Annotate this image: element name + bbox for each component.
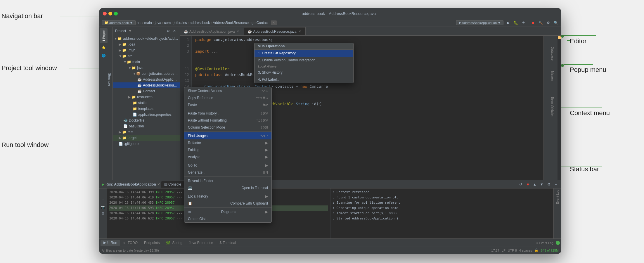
- tree-resources[interactable]: ▶ 📁resources: [113, 94, 180, 100]
- btab-todo[interactable]: 6: TODO: [121, 240, 141, 246]
- tree-dockerfile[interactable]: 🐳Dockerfile: [113, 117, 180, 123]
- tree-idea[interactable]: ▶ 📁.idea: [113, 41, 180, 47]
- btab-terminal[interactable]: $ Terminal: [217, 240, 239, 246]
- project-dropdown-arrow[interactable]: ▼: [128, 29, 132, 33]
- tree-templates[interactable]: 📁templates: [113, 106, 180, 112]
- maven-tab[interactable]: Maven: [550, 69, 555, 83]
- ctx-goto[interactable]: Go To ▶: [184, 162, 271, 169]
- panel-settings[interactable]: ⚙: [165, 28, 171, 34]
- ctx-copy-ref[interactable]: Copy Reference ⌥⇧⌘C: [184, 94, 271, 101]
- bc-addressbook[interactable]: addressbook: [190, 21, 210, 25]
- bc-main[interactable]: main: [144, 21, 152, 25]
- settings-button[interactable]: ⚙: [545, 20, 551, 26]
- bc-com[interactable]: com: [164, 21, 171, 25]
- project-tree[interactable]: ▼ 📁 address-book ~/IdeaProjects/address-…: [113, 35, 180, 180]
- run-tab-console[interactable]: ▤ Console: [161, 181, 184, 188]
- tree-target[interactable]: ▶ 📁target: [113, 135, 180, 141]
- scroll-end-btn[interactable]: ↓: [100, 196, 106, 202]
- tree-resource[interactable]: ☕AddressBookResource: [113, 82, 180, 88]
- maximize-button[interactable]: [114, 12, 118, 15]
- run-close[interactable]: ✕: [157, 182, 160, 186]
- ctx-column-mode[interactable]: Column Selection Mode ⇧⌘8: [184, 124, 271, 131]
- run-down[interactable]: ▼: [539, 181, 545, 187]
- vcs-item-1[interactable]: 1. Create Git Repository...: [255, 50, 353, 57]
- tree-app[interactable]: ☕AddressBookApplication: [113, 77, 180, 82]
- ctx-analyze[interactable]: Analyze ▶: [184, 153, 271, 160]
- tree-main[interactable]: ▼ 📁main: [113, 59, 180, 65]
- structure-tab[interactable]: Structure: [108, 71, 112, 89]
- tree-static[interactable]: 📁static: [113, 100, 180, 106]
- status-lock[interactable]: 🔒: [534, 248, 539, 252]
- btab-spring[interactable]: 🌿 Spring: [163, 240, 185, 246]
- ctx-compare-clipboard[interactable]: 📋 Compare with Clipboard: [184, 200, 271, 207]
- ctx-folding[interactable]: Folding ▶: [184, 146, 271, 153]
- vcs-item-2[interactable]: 2. Enable Version Control Integration...: [255, 57, 353, 64]
- ctx-paste-no-fmt[interactable]: Paste without Formatting ⌥⇧⌘V: [184, 117, 271, 124]
- ctx-terminal[interactable]: 💻 Open in Terminal: [184, 184, 271, 191]
- tree-contact[interactable]: ☕Contact: [113, 88, 180, 94]
- ctx-diagrams[interactable]: ⊞ Diagrams ▶: [184, 208, 271, 215]
- favorites-tool-btn[interactable]: ⭐: [100, 44, 108, 51]
- bc-resource[interactable]: AddressBookResource: [213, 21, 249, 25]
- ctx-paste-history[interactable]: Paste from History... ⇧⌘V: [184, 110, 271, 117]
- tree-package[interactable]: ▼ 📦com.jetbrains.addressbook: [113, 71, 180, 77]
- tree-oas[interactable]: 📄oas3.json: [113, 123, 180, 129]
- bc-jetbrains[interactable]: jetbrains: [174, 21, 187, 25]
- tab-close-app[interactable]: ✕: [236, 30, 240, 34]
- btab-javaee[interactable]: Java Enterprise: [186, 240, 216, 246]
- nav-close[interactable]: ✕: [271, 20, 277, 25]
- tab-addressbook-resource[interactable]: ☕ AddressBookResource.java ✕: [244, 27, 305, 35]
- btab-run[interactable]: ▶ 4: Run: [101, 240, 120, 246]
- ctx-create-gist[interactable]: Create Gist...: [184, 215, 271, 222]
- run-config-dropdown[interactable]: ▶ AddressBookApplication ▼: [456, 20, 503, 25]
- vcs-item-4[interactable]: 4. Put Label...: [255, 76, 353, 83]
- web-tool-btn[interactable]: 🌐: [100, 52, 108, 59]
- status-indent[interactable]: 4 spaces: [519, 249, 532, 252]
- tree-test[interactable]: ▶ 📁test: [113, 129, 180, 135]
- run-up[interactable]: ▲: [532, 181, 538, 187]
- run-restart[interactable]: ↺: [518, 181, 524, 187]
- project-dropdown[interactable]: 📁 address-book ▼: [102, 20, 136, 25]
- vcs-item-3[interactable]: 3. Show History: [255, 69, 353, 76]
- tree-src[interactable]: ▼ 📁src: [113, 53, 180, 59]
- minimize-button[interactable]: [108, 12, 112, 15]
- status-lf[interactable]: LF: [502, 249, 505, 252]
- status-memory[interactable]: 643 of 725M: [541, 249, 559, 252]
- tree-app-props[interactable]: 📄application.properties: [113, 112, 180, 117]
- ctx-generate[interactable]: Generate... ⌘N: [184, 169, 271, 176]
- stop-button[interactable]: ■: [530, 20, 536, 26]
- ctx-local-history[interactable]: Local History ▶: [184, 193, 271, 200]
- tab-close-resource[interactable]: ✕: [298, 30, 302, 34]
- bc-java[interactable]: java: [155, 21, 161, 25]
- event-log-label[interactable]: Event Log: [556, 190, 559, 204]
- ctx-paste[interactable]: Paste ⌘V: [184, 101, 271, 108]
- filter-btn[interactable]: ⊟: [100, 211, 106, 217]
- ctx-refactor[interactable]: Refactor ▶: [184, 139, 271, 146]
- ctx-show-context[interactable]: Show Context Actions ⌥⏎: [184, 87, 271, 94]
- database-tab[interactable]: Database: [550, 44, 555, 63]
- run-button[interactable]: ▶: [505, 20, 511, 26]
- search-button[interactable]: 🔍: [553, 20, 559, 26]
- tree-java[interactable]: ▼ 📁java: [113, 65, 180, 71]
- build-button[interactable]: 🔨: [538, 20, 543, 26]
- bc-src[interactable]: src: [137, 21, 141, 25]
- status-position[interactable]: 17:27: [491, 249, 499, 252]
- tree-root[interactable]: ▼ 📁 address-book ~/IdeaProjects/address-: [113, 36, 180, 41]
- ctx-reveal[interactable]: Reveal in Finder: [184, 177, 271, 184]
- run-stop[interactable]: ■: [525, 181, 531, 187]
- btab-endpoints[interactable]: Endpoints: [141, 240, 162, 246]
- scroll-top-btn[interactable]: ↑: [100, 190, 106, 195]
- bean-validation-tab[interactable]: Bean Validation: [550, 95, 555, 120]
- debug-button[interactable]: 🐛: [513, 20, 519, 26]
- tab-addressbook-app[interactable]: ☕ AddressBookApplication.java ✕: [180, 27, 244, 35]
- camera-btn[interactable]: 📷: [100, 204, 106, 210]
- status-event-log[interactable]: ○ Event Log: [536, 241, 553, 245]
- close-button[interactable]: [103, 12, 107, 15]
- panel-close[interactable]: ✕: [172, 28, 177, 34]
- tree-gitignore[interactable]: 📄.gitignore: [113, 141, 180, 147]
- project-tool-btn[interactable]: 1 Project: [100, 28, 108, 43]
- status-encoding[interactable]: UTF-8: [508, 249, 517, 252]
- ctx-find-usages[interactable]: Find Usages ⌥F7: [184, 132, 271, 139]
- bc-method[interactable]: getContact: [252, 21, 269, 25]
- run-minimize[interactable]: −: [553, 181, 559, 187]
